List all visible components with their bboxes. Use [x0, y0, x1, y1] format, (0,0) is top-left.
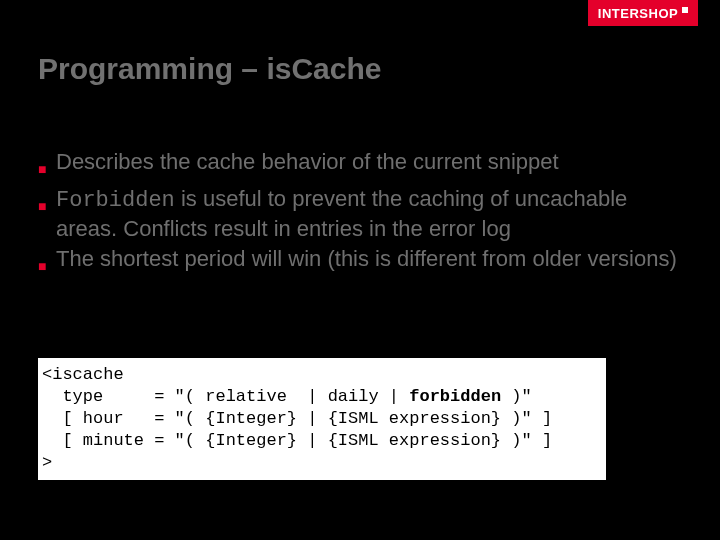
list-item: ■ Forbidden is useful to prevent the cac… — [38, 185, 682, 243]
code-line: <iscache — [42, 365, 124, 384]
bullet-icon: ■ — [38, 245, 56, 280]
code-keyword: forbidden — [409, 387, 501, 406]
bullet-code-span: Forbidden — [56, 188, 175, 213]
page-title: Programming – isCache — [38, 52, 381, 86]
bullet-list: ■ Describes the cache behavior of the cu… — [38, 148, 682, 282]
code-line-part: )" — [501, 387, 532, 406]
bullet-icon: ■ — [38, 148, 56, 183]
bullet-text-span: Describes the cache behavior of the curr… — [56, 149, 559, 174]
list-item: ■ Describes the cache behavior of the cu… — [38, 148, 682, 183]
code-line: [ hour = "( {Integer} | {ISML expression… — [42, 409, 552, 428]
code-line-part: type = "( relative | daily | — [42, 387, 409, 406]
code-line: > — [42, 453, 52, 472]
bullet-text-span: The shortest period will win (this is di… — [56, 246, 677, 271]
bullet-text: Forbidden is useful to prevent the cachi… — [56, 185, 682, 243]
bullet-text: Describes the cache behavior of the curr… — [56, 148, 682, 176]
code-block: <iscache type = "( relative | daily | fo… — [38, 358, 606, 480]
brand-logo: INTERSHOP — [588, 0, 698, 26]
list-item: ■ The shortest period will win (this is … — [38, 245, 682, 280]
brand-logo-text: INTERSHOP — [598, 6, 678, 21]
brand-logo-mark — [682, 7, 688, 13]
bullet-icon: ■ — [38, 185, 56, 220]
bullet-text: The shortest period will win (this is di… — [56, 245, 682, 273]
code-line: [ minute = "( {Integer} | {ISML expressi… — [42, 431, 552, 450]
